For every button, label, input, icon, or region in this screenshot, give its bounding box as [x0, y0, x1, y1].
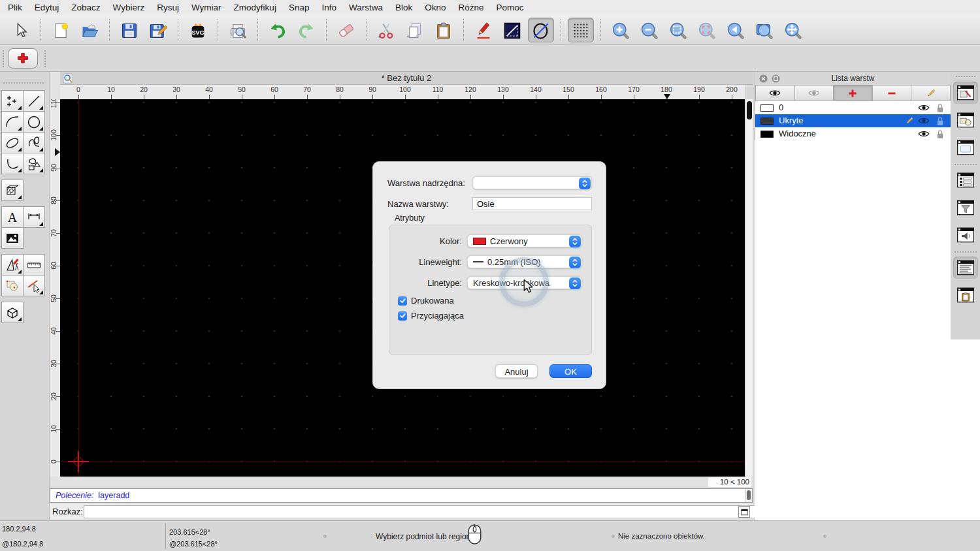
remove-layer-minus-button[interactable] [873, 85, 912, 101]
dock-clipboard-button[interactable] [953, 284, 978, 306]
tool-spline-button[interactable] [23, 132, 45, 153]
cut-button[interactable]: + [373, 18, 399, 42]
tool-line-button[interactable] [23, 90, 45, 112]
circle-line-button[interactable] [528, 18, 554, 42]
tool-circle-button[interactable] [23, 111, 45, 133]
tool-polygon-button[interactable] [23, 153, 45, 174]
paste-button[interactable] [431, 18, 457, 42]
tool-polyline-button[interactable] [1, 153, 24, 174]
tool-dimension-button[interactable] [23, 206, 45, 228]
toolbar-separator [178, 19, 178, 41]
menu-item-warstwa[interactable]: Warstwa [349, 3, 383, 12]
menu-item-pomoc[interactable]: Pomoc [497, 3, 524, 12]
menu-item-różne[interactable]: Różne [459, 3, 484, 12]
tool-ellipse-button[interactable] [1, 132, 24, 153]
dock-command-list-button[interactable] [953, 169, 978, 191]
layer-row-0[interactable]: 0 [755, 101, 951, 114]
edit-layer-pencil-button[interactable] [911, 85, 951, 101]
tool-ruler-button[interactable] [23, 254, 45, 276]
dock-block-list-button[interactable] [953, 109, 978, 131]
menu-item-info[interactable]: Info [321, 3, 336, 12]
tool-hatch-button[interactable] [1, 180, 24, 201]
zoom-in-button[interactable] [608, 18, 634, 42]
menu-item-blok[interactable]: Blok [395, 3, 412, 12]
svg-text:+: + [378, 34, 381, 40]
layer-lock-icon[interactable] [936, 129, 944, 139]
layer-edit-pencil-icon[interactable] [904, 116, 914, 126]
document-tab-bar: * Bez tytułu 2 [60, 72, 753, 85]
tool-text-button[interactable]: A [1, 206, 24, 228]
tool-image-button[interactable] [1, 227, 24, 249]
print-preview-button[interactable] [225, 18, 251, 42]
scrollbar-thumb[interactable] [747, 490, 751, 500]
menu-item-wymiar[interactable]: Wymiar [191, 3, 221, 12]
hide-all-eye-icon [808, 89, 820, 97]
pan-zoom-button[interactable] [780, 18, 806, 42]
eraser-button[interactable] [333, 18, 359, 42]
hide-all-eye-button[interactable] [795, 85, 834, 101]
undo-button[interactable] [265, 18, 291, 42]
command-history-toggle-button[interactable] [738, 506, 750, 518]
menu-item-okno[interactable]: Okno [425, 3, 446, 12]
command-input[interactable] [84, 505, 783, 518]
menu-item-rysuj[interactable]: Rysuj [157, 3, 179, 12]
layer-visibility-eye-icon[interactable] [918, 104, 930, 112]
layer-row-widoczne[interactable]: Widoczne [755, 127, 951, 140]
vertical-ruler: 0102030405060708090100110 [50, 99, 60, 488]
palette-drag-handle[interactable] [3, 82, 44, 85]
dock-coordinates-button[interactable] [953, 257, 978, 279]
menu-item-plik[interactable]: Plik [8, 3, 22, 12]
tool-3dbox-button[interactable] [1, 302, 24, 323]
zoom-out-button[interactable] [636, 18, 662, 42]
menu-item-zobacz[interactable]: Zobacz [71, 3, 100, 12]
dock-layer-list-button[interactable] [953, 82, 978, 104]
open-folder-button[interactable] [76, 18, 103, 42]
printable-checkbox[interactable] [398, 296, 407, 306]
grid-dots-button[interactable] [568, 18, 594, 42]
draw-pencil-button[interactable] [470, 18, 497, 42]
layer-lock-icon[interactable] [936, 103, 944, 113]
canvas-vertical-scrollbar[interactable] [745, 99, 753, 477]
redo-button[interactable] [293, 18, 319, 42]
copy-button[interactable]: + [402, 18, 428, 42]
tool-drafting-button[interactable] [1, 254, 24, 276]
tool-modify-attr-button[interactable] [23, 275, 45, 296]
h-ruler-tick [340, 95, 340, 99]
layer-row-ukryte[interactable]: Ukryte [755, 114, 951, 127]
cancel-button[interactable]: Anuluj [495, 364, 538, 378]
show-all-eye-button[interactable] [755, 85, 795, 101]
parent-layer-select[interactable] [472, 176, 592, 189]
new-file-button[interactable] [48, 18, 74, 42]
layer-visibility-eye-icon[interactable] [918, 117, 930, 125]
scrollbar-thumb[interactable] [747, 101, 752, 119]
tool-modify-shapes-button[interactable] [1, 275, 24, 296]
dock-drag-handle[interactable] [956, 76, 975, 78]
layer-name-input[interactable] [472, 197, 592, 210]
ok-button[interactable]: OK [549, 364, 592, 378]
dock-filter-button[interactable] [953, 197, 978, 219]
zoom-window-button[interactable] [751, 18, 777, 42]
select-arrow-button[interactable] [8, 18, 34, 42]
zoom-previous-button[interactable] [723, 18, 749, 42]
dock-property-button[interactable] [953, 224, 978, 246]
zoom-auto-button[interactable] [665, 18, 691, 42]
history-scrollbar[interactable] [745, 489, 752, 502]
dock-library-button[interactable] [953, 136, 978, 159]
menu-item-edytuj[interactable]: Edytuj [35, 3, 59, 12]
add-layer-toolbar-button[interactable] [8, 48, 38, 69]
line-square-button[interactable] [499, 18, 525, 42]
svg-export-button[interactable]: SVG [185, 18, 211, 42]
zoom-selection-button[interactable] [694, 18, 720, 42]
layer-visibility-eye-icon[interactable] [918, 130, 930, 138]
save-as-button[interactable] [145, 18, 171, 42]
snappable-checkbox[interactable] [398, 311, 407, 321]
add-layer-plus-button[interactable] [834, 85, 873, 101]
menu-item-snap[interactable]: Snap [289, 3, 310, 12]
layer-lock-icon[interactable] [936, 116, 944, 126]
tool-points-button[interactable] [1, 90, 24, 112]
color-select[interactable]: Czerwony [467, 234, 582, 247]
tool-arc-button[interactable] [1, 111, 24, 133]
menu-item-zmodyfikuj[interactable]: Zmodyfikuj [234, 3, 276, 12]
save-button[interactable] [116, 18, 142, 42]
menu-item-wybierz[interactable]: Wybierz [113, 3, 145, 12]
